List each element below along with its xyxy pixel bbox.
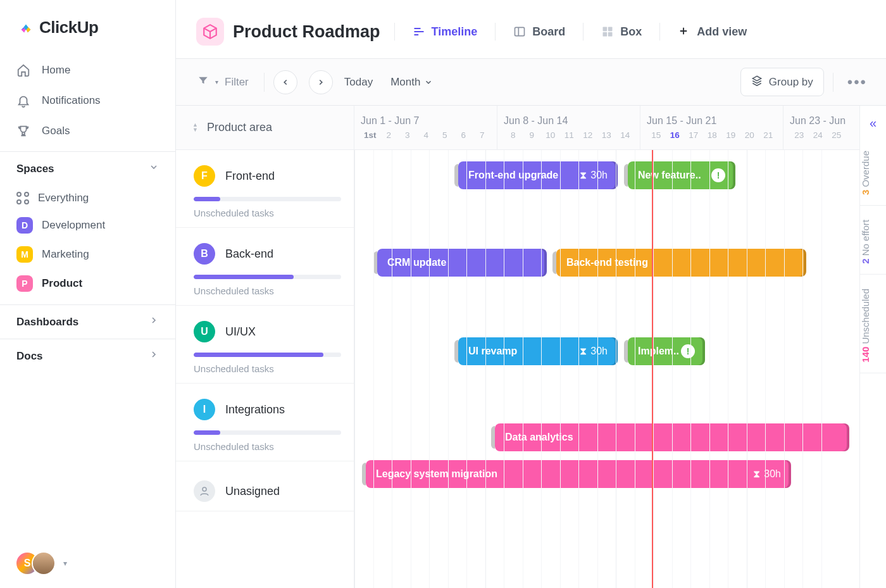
add-view-button[interactable]: Add view [674, 22, 751, 42]
section-spaces-label: Spaces [16, 163, 54, 175]
space-marketing[interactable]: M Marketing [9, 240, 166, 269]
sort-icon: ▲▼ [192, 123, 198, 132]
task-bar[interactable]: Front-end upgrade ⧗30h [458, 161, 618, 189]
person-icon [194, 480, 215, 502]
main: Product Roadmap Timeline Board Box Add v… [176, 0, 886, 588]
rail-noeffort[interactable]: 2 No effort [860, 210, 886, 275]
task-bar[interactable]: Back-end testing [556, 249, 806, 277]
nav-goals[interactable]: Goals [9, 116, 166, 146]
group-unassigned[interactable]: Unasigned [176, 461, 354, 511]
space-everything[interactable]: Everything [9, 185, 166, 211]
hours-badge: ⧗30h [753, 468, 781, 480]
more-menu[interactable]: ••• [842, 73, 871, 91]
task-bar[interactable]: New feature.. ! [628, 161, 735, 189]
page-header: Product Roadmap Timeline Board Box Add v… [176, 0, 886, 59]
section-docs[interactable]: Docs [0, 339, 175, 373]
task-bar[interactable]: UI revamp ⧗30h [458, 337, 618, 365]
week-label: Jun 15 - Jun 21 [647, 115, 783, 127]
unscheduled-link[interactable]: Unscheduled tasks [194, 208, 341, 218]
progress-bar [194, 197, 341, 201]
box-icon [601, 25, 614, 38]
tab-timeline[interactable]: Timeline [409, 22, 482, 42]
group-name: Front-end [225, 170, 275, 183]
today-button[interactable]: Today [344, 76, 373, 89]
tab-board[interactable]: Board [509, 22, 569, 42]
task-bar[interactable]: Implem.. ! [628, 337, 705, 365]
task-bar[interactable]: CRM update [377, 249, 547, 277]
sidebar: ClickUp Home Notifications Goals Spaces [0, 0, 176, 588]
space-badge: P [16, 275, 33, 292]
week-label: Jun 1 - Jun 7 [361, 115, 497, 127]
svg-rect-3 [603, 32, 608, 37]
tab-box-label: Box [620, 25, 642, 39]
page-title: Product Roadmap [233, 22, 380, 42]
row-header-title[interactable]: ▲▼ Product area [176, 106, 354, 150]
side-rail: « 3 Overdue 2 No effort 140 Unscheduled [859, 106, 886, 588]
primary-nav: Home Notifications Goals [0, 44, 175, 151]
nav-notifications-label: Notifications [42, 94, 101, 107]
range-select[interactable]: Month [390, 76, 433, 89]
group-name: Unasigned [225, 485, 280, 498]
group-backend[interactable]: B Back-end Unscheduled tasks [176, 228, 354, 306]
unscheduled-link[interactable]: Unscheduled tasks [194, 363, 341, 374]
space-label: Marketing [42, 248, 89, 261]
trophy-icon [16, 124, 30, 138]
space-everything-label: Everything [38, 192, 89, 204]
timeline: ▲▼ Product area F Front-end Unscheduled … [176, 106, 886, 588]
tab-box[interactable]: Box [597, 22, 646, 42]
nav-home[interactable]: Home [9, 55, 166, 85]
today-indicator [652, 150, 653, 588]
space-product[interactable]: P Product [9, 269, 166, 298]
home-icon [16, 63, 30, 77]
cube-icon [196, 18, 224, 46]
timeline-icon [413, 25, 425, 38]
prev-button[interactable] [273, 70, 297, 94]
group-frontend[interactable]: F Front-end Unscheduled tasks [176, 150, 354, 228]
board-icon [513, 25, 526, 38]
space-development[interactable]: D Development [9, 211, 166, 240]
group-badge: F [194, 165, 215, 187]
space-label: Product [42, 277, 82, 290]
section-dashboards[interactable]: Dashboards [0, 304, 175, 339]
filter-icon [197, 75, 209, 89]
nav-notifications[interactable]: Notifications [9, 85, 166, 116]
filter-button[interactable]: ▾ Filter [191, 71, 255, 93]
next-button[interactable] [309, 70, 333, 94]
group-name: Integrations [225, 403, 285, 416]
unscheduled-link[interactable]: Unscheduled tasks [194, 441, 341, 452]
alert-icon: ! [711, 168, 725, 182]
hours-badge: ⧗30h [580, 346, 608, 357]
user-photo [33, 553, 54, 574]
rail-overdue[interactable]: 3 Overdue [860, 141, 886, 206]
brand-name: ClickUp [39, 18, 98, 37]
progress-bar [194, 275, 341, 279]
chevron-right-icon [149, 349, 159, 363]
hours-badge: ⧗30h [580, 170, 608, 181]
svg-point-5 [203, 487, 206, 491]
gantt[interactable]: Jun 1 - Jun 7 1st234567 Jun 8 - Jun 14 8… [354, 106, 859, 588]
section-spaces[interactable]: Spaces [0, 151, 175, 185]
spaces-list: Everything D Development M Marketing P P… [0, 185, 175, 304]
bell-icon [16, 94, 30, 108]
group-uiux[interactable]: U UI/UX Unscheduled tasks [176, 306, 354, 384]
space-badge: D [16, 217, 33, 234]
collapse-rail-icon[interactable]: « [870, 116, 877, 130]
chevron-down-icon [149, 162, 159, 175]
brand[interactable]: ClickUp [0, 0, 175, 44]
group-badge: B [194, 243, 215, 265]
caret-down-icon: ▾ [63, 559, 67, 568]
rail-unscheduled[interactable]: 140 Unscheduled [860, 278, 886, 373]
section-dashboards-label: Dashboards [16, 316, 78, 328]
groupby-label: Group by [769, 76, 813, 89]
svg-rect-4 [608, 32, 613, 37]
groupby-button[interactable]: Group by [740, 68, 824, 96]
group-integrations[interactable]: I Integrations Unscheduled tasks [176, 384, 354, 461]
user-menu[interactable]: S ▾ [0, 539, 175, 588]
unscheduled-link[interactable]: Unscheduled tasks [194, 285, 341, 296]
svg-rect-1 [603, 27, 608, 32]
row-header-column: ▲▼ Product area F Front-end Unscheduled … [176, 106, 354, 588]
group-name: UI/UX [225, 325, 256, 339]
week-label: Jun 23 - Jun [790, 115, 859, 127]
gantt-header: Jun 1 - Jun 7 1st234567 Jun 8 - Jun 14 8… [354, 106, 859, 150]
svg-rect-2 [608, 27, 613, 32]
